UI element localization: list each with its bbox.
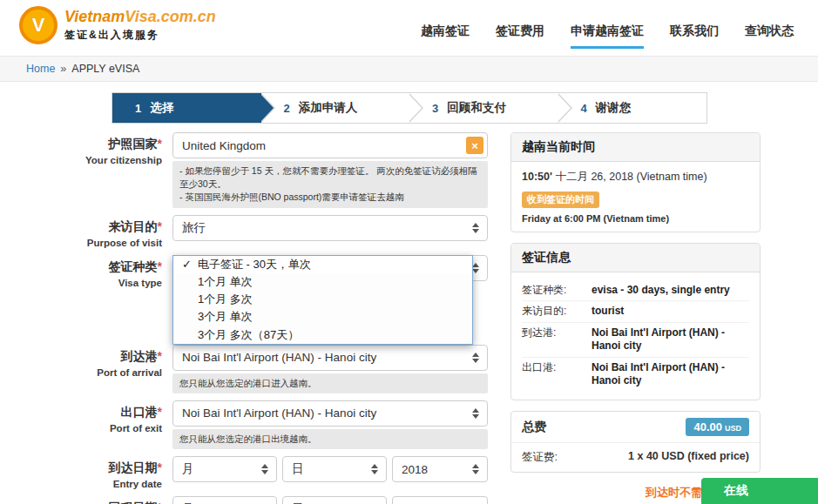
select-arrows-icon <box>472 263 479 273</box>
citizenship-note-line2: - 英国国民海外护照(BNO passport)需要申请签证去越南 <box>179 191 481 204</box>
nav-item-contact[interactable]: 联系我们 <box>670 24 719 49</box>
step-label: 谢谢您 <box>596 100 632 116</box>
breadcrumb-separator: » <box>60 63 66 75</box>
entry-date-label-zh: 到达日期 <box>109 460 158 474</box>
entry-date-control: 月 日 2018 <box>172 456 488 489</box>
select-arrows-icon <box>261 464 268 474</box>
brand-part2: Visa.com.cn <box>125 8 215 25</box>
visa-type-label-en: Visa type <box>35 278 162 288</box>
exit-date-label: 回程日期* Exit date <box>35 496 172 504</box>
info-row-purpose: 来访目的: tourist <box>522 300 749 322</box>
citizenship-label: 护照国家* Your citizenship <box>35 132 172 208</box>
info-row-arrival: 到达港: Noi Bai Int'l Airport (HAN) - Hanoi… <box>522 322 749 357</box>
main-nav: 越南签证 签证费用 申请越南签证 联系我们 查询状态 <box>421 0 794 56</box>
brand-text: VietnamVisa.com.cn 签证&出入境服务 <box>64 6 216 43</box>
arrival-row: 到达港* Port of arrival Noi Bai Int'l Airpo… <box>35 345 497 393</box>
visa-type-option-1m-single[interactable]: 1个月 单次 <box>173 273 472 291</box>
arrival-label: 到达港* Port of arrival <box>35 345 172 393</box>
exit-selected-value: Noi Bai Int'l Airport (HAN) - Hanoi city <box>182 407 376 420</box>
exit-month-select[interactable]: 月 <box>172 496 277 504</box>
info-row-exit: 出口港: Noi Bai Int'l Airport (HAN) - Hanoi… <box>522 357 749 392</box>
required-mark: * <box>158 219 162 233</box>
visa-type-label-zh: 签证种类 <box>109 259 158 273</box>
nav-item-check-status[interactable]: 查询状态 <box>745 24 794 49</box>
vietnam-time-body: 10:50' 十二月 26, 2018 (Vietnam time) 收到签证的… <box>511 162 760 232</box>
citizenship-input[interactable]: United Kingdom <box>172 132 488 158</box>
close-icon: × <box>471 139 478 152</box>
check-icon: ✓ <box>182 258 192 271</box>
entry-month-select[interactable]: 月 <box>172 456 277 482</box>
clear-citizenship-button[interactable]: × <box>466 137 483 154</box>
summary-sidebar: 越南当前时间 10:50' 十二月 26, 2018 (Vietnam time… <box>510 132 761 504</box>
visa-type-dropdown: ✓电子签证 - 30天，单次 1个月 单次 1个月 多次 3个月 单次 3个月 … <box>172 255 473 345</box>
visa-type-option-1m-multiple[interactable]: 1个月 多次 <box>173 291 472 308</box>
select-arrows-icon <box>472 353 479 363</box>
info-label: 来访目的: <box>522 305 592 319</box>
info-row-visa-type: 签证种类: evisa - 30 days, single entry <box>522 280 749 301</box>
visa-type-control: ✓电子签证 - 30天，单次 1个月 单次 1个月 多次 3个月 单次 3个月 … <box>172 255 488 338</box>
citizenship-label-en: Your citizenship <box>35 155 162 165</box>
exit-row: 出口港* Port of exit Noi Bai Int'l Airport … <box>35 400 497 449</box>
visa-type-option-3m-multiple[interactable]: 3个月 多次（87天） <box>173 326 472 344</box>
breadcrumb: Home » APPLY eVISA <box>0 56 818 82</box>
current-date: 十二月 26, 2018 (Vietnam time) <box>555 171 706 183</box>
entry-day-select[interactable]: 日 <box>282 456 387 482</box>
application-form: 护照国家* Your citizenship United Kingdom × … <box>35 132 497 504</box>
step-2-add-applicant[interactable]: 2 添加申请人 <box>261 93 410 123</box>
entry-year-select[interactable]: 2018 <box>392 456 488 482</box>
required-mark: * <box>158 460 162 474</box>
current-time: 10:50' <box>522 171 552 183</box>
exit-label-en: Port of exit <box>35 423 162 433</box>
purpose-label-en: Purpose of visit <box>35 238 162 248</box>
brand-logo[interactable]: V VietnamVisa.com.cn 签证&出入境服务 <box>19 6 216 44</box>
total-amount: 40.00 <box>693 420 722 433</box>
step-wizard: 1 选择 2 添加申请人 3 回顾和支付 4 谢谢您 <box>112 92 707 124</box>
step-4-thank-you[interactable]: 4 谢谢您 <box>558 93 707 123</box>
required-mark: * <box>158 137 162 151</box>
info-value: Noi Bai Int'l Airport (HAN) - Hanoi city <box>592 361 749 388</box>
exit-date-row: 回程日期* Exit date 月 日 2018 <box>35 496 497 504</box>
arrival-label-zh: 到达港 <box>121 349 158 363</box>
visa-fee-value: 1 x 40 USD (fixed price) <box>628 450 749 465</box>
nav-item-vietnam-visa[interactable]: 越南签证 <box>421 24 470 49</box>
required-mark: * <box>158 349 162 363</box>
visa-info-title: 签证信息 <box>511 244 760 272</box>
purpose-row: 来访目的* Purpose of visit 旅行 <box>35 215 497 248</box>
citizenship-note-line1: - 如果您停留少于 15 天，您就不需要办理签证。 两次的免签证访必须相隔至少3… <box>179 165 481 191</box>
citizenship-note: - 如果您停留少于 15 天，您就不需要办理签证。 两次的免签证访必须相隔至少3… <box>172 161 488 208</box>
brand-part1: Vietnam <box>64 8 125 25</box>
step-number: 1 <box>135 102 141 115</box>
breadcrumb-current: APPLY eVISA <box>71 63 139 75</box>
exit-day-select[interactable]: 日 <box>282 496 387 504</box>
entry-date-row: 到达日期* Entry date 月 日 2018 <box>35 456 497 489</box>
step-1-select[interactable]: 1 选择 <box>112 93 261 123</box>
select-arrows-icon <box>472 408 479 419</box>
online-chat-button[interactable]: 在线 <box>701 478 818 504</box>
breadcrumb-home-link[interactable]: Home <box>26 63 55 75</box>
main-content: 护照国家* Your citizenship United Kingdom × … <box>35 132 818 504</box>
vietnam-time-title: 越南当前时间 <box>511 133 760 162</box>
select-arrows-icon <box>371 464 378 474</box>
visa-receive-time: Friday at 6:00 PM (Vietnam time) <box>522 213 669 224</box>
entry-day-value: 日 <box>292 461 304 477</box>
total-fee-row: 总费 40.00 USD <box>511 412 760 443</box>
info-value: Noi Bai Int'l Airport (HAN) - Hanoi city <box>592 326 749 353</box>
nav-item-visa-fees[interactable]: 签证费用 <box>496 24 544 49</box>
exit-select[interactable]: Noi Bai Int'l Airport (HAN) - Hanoi city <box>172 400 488 427</box>
total-fee-label: 总费 <box>522 420 546 435</box>
step-label: 选择 <box>150 100 173 116</box>
info-value: evisa - 30 days, single entry <box>592 284 730 298</box>
nav-item-apply-visa[interactable]: 申请越南签证 <box>571 24 644 49</box>
page: V VietnamVisa.com.cn 签证&出入境服务 越南签证 签证费用 … <box>0 0 818 504</box>
online-chat-label: 在线 <box>724 483 748 499</box>
arrival-select[interactable]: Noi Bai Int'l Airport (HAN) - Hanoi city <box>172 345 488 371</box>
exit-year-select[interactable]: 2018 <box>392 496 488 504</box>
visa-type-row: 签证种类* Visa type ✓电子签证 - 30天，单次 1个月 单次 1个… <box>35 255 497 338</box>
visa-type-option-evisa-30d[interactable]: ✓电子签证 - 30天，单次 <box>173 256 472 273</box>
citizenship-row: 护照国家* Your citizenship United Kingdom × … <box>35 132 497 208</box>
info-value: tourist <box>592 305 624 319</box>
visa-info-body: 签证种类: evisa - 30 days, single entry 来访目的… <box>511 272 760 400</box>
visa-type-option-3m-single[interactable]: 3个月 单次 <box>173 308 472 326</box>
step-3-review-pay[interactable]: 3 回顾和支付 <box>409 93 558 123</box>
purpose-select[interactable]: 旅行 <box>172 215 488 241</box>
